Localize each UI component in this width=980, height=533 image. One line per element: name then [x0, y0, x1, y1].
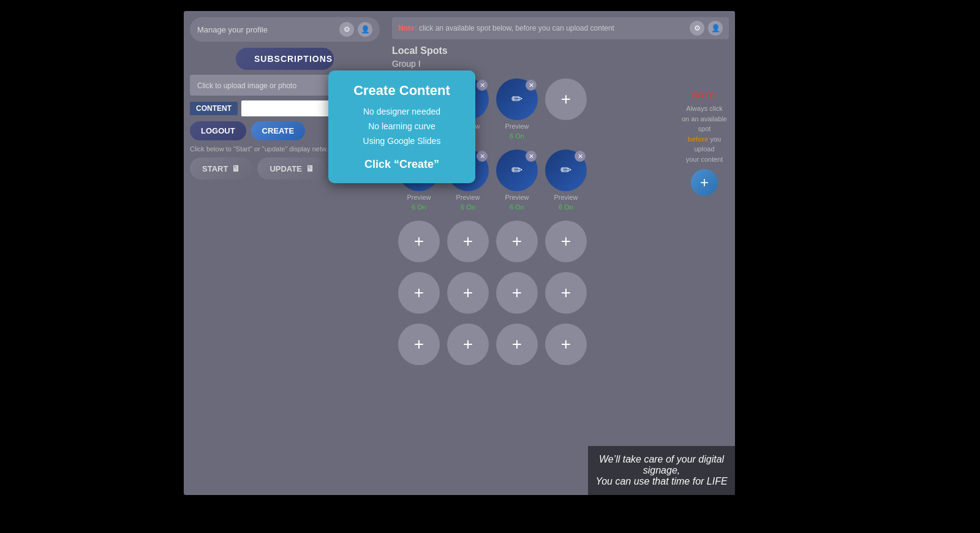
- plus-icon: +: [414, 335, 424, 354]
- spot-circle-empty[interactable]: +: [545, 272, 587, 314]
- start-button[interactable]: START 🖥: [190, 157, 252, 180]
- note-before: before: [688, 135, 709, 143]
- note-line3: spot: [698, 125, 711, 132]
- plus-icon: +: [414, 283, 424, 303]
- local-spots-title: Local Spots: [392, 45, 729, 56]
- spot-preview: Preview: [456, 194, 480, 201]
- user-icon[interactable]: 👤: [358, 22, 372, 37]
- upload-label: Click to upload image or photo: [197, 81, 296, 90]
- profile-label: Manage your profile: [197, 25, 268, 34]
- spot-item: +: [545, 78, 587, 140]
- spot-item: +: [398, 323, 440, 365]
- tooltip-popup: Create Content No designer needed No lea…: [328, 70, 475, 183]
- spot-circle-filled[interactable]: ✏ ✕: [496, 78, 538, 120]
- pencil-icon: ✏: [560, 162, 571, 178]
- spot-circle-empty[interactable]: +: [398, 323, 440, 365]
- note-line6: your content: [686, 156, 723, 163]
- spot-preview: Preview: [505, 194, 529, 201]
- note-label: Note:: [398, 24, 417, 32]
- spot-item: +: [496, 323, 538, 365]
- plus-icon: +: [561, 283, 571, 303]
- profile-icons: ⚙ 👤: [339, 22, 372, 37]
- note-line2: on an available: [682, 115, 727, 123]
- spot-item: +: [447, 221, 489, 262]
- create-button[interactable]: CREATE: [251, 121, 305, 140]
- note-aside-title: NOTE:: [680, 91, 729, 100]
- spot-item: +: [496, 221, 538, 262]
- note-line1: Always click: [686, 105, 722, 112]
- close-badge[interactable]: ✕: [526, 151, 537, 162]
- plus-icon: +: [512, 335, 522, 354]
- pencil-icon: ✏: [511, 91, 522, 107]
- note-section: NOTE: Always click on an available spot …: [680, 91, 729, 201]
- bottom-bar: We’ll take care of your digital signage,…: [588, 446, 735, 495]
- note-bar: Note: click an available spot below, bef…: [392, 17, 729, 39]
- close-badge[interactable]: ✕: [477, 80, 488, 91]
- close-badge[interactable]: ✕: [575, 151, 586, 162]
- plus-icon: +: [561, 335, 571, 354]
- note-bar-text: Note: click an available spot below, bef…: [398, 24, 614, 32]
- spot-item: +: [545, 323, 587, 365]
- close-badge[interactable]: ✕: [477, 151, 488, 162]
- spot-circle-empty[interactable]: +: [496, 272, 538, 314]
- plus-icon: +: [463, 283, 473, 303]
- tooltip-cta: Click “Create”: [338, 158, 466, 171]
- note-bar-body: click an available spot below, before yo…: [419, 24, 614, 32]
- tooltip-line3: Using Google Slides: [363, 136, 441, 146]
- spot-circle-filled[interactable]: ✏ ✕: [496, 149, 538, 191]
- spot-circle-empty[interactable]: +: [447, 221, 489, 262]
- spot-circle-empty[interactable]: +: [496, 221, 538, 262]
- tooltip-line2: No learning curve: [368, 121, 435, 131]
- subscriptions-button[interactable]: SUBSCRIPTIONS: [236, 48, 334, 70]
- spot-item: +: [496, 272, 538, 314]
- spot-item: +: [398, 221, 440, 262]
- pencil-icon: ✏: [511, 162, 522, 178]
- spot-circle-empty[interactable]: +: [545, 323, 587, 365]
- logout-button[interactable]: LOGOUT: [190, 121, 246, 140]
- spot-circle-empty[interactable]: +: [447, 272, 489, 314]
- spot-item: +: [545, 221, 587, 262]
- plus-icon: +: [512, 232, 522, 251]
- update-button[interactable]: UPDATE 🖥: [257, 157, 326, 180]
- spots-row-3: + + + +: [392, 216, 735, 267]
- note-add-button[interactable]: +: [691, 169, 718, 196]
- spot-status: 6 On: [510, 132, 524, 140]
- start-label: START: [202, 164, 228, 173]
- tooltip-title: Create Content: [338, 83, 466, 99]
- spots-row-4: + + + +: [392, 267, 735, 319]
- spot-circle-empty[interactable]: +: [545, 221, 587, 262]
- spot-preview: Preview: [505, 123, 529, 130]
- spot-item: ✏ ✕ Preview 6 On: [545, 149, 587, 211]
- spot-circle-filled[interactable]: ✏ ✕: [545, 149, 587, 191]
- bottom-line1: We’ll take care of your digital signage,: [599, 454, 724, 475]
- spot-item: +: [398, 272, 440, 314]
- note-aside-body: Always click on an available spot before…: [680, 104, 729, 164]
- tooltip-body: No designer needed No learning curve Usi…: [338, 105, 466, 148]
- spot-status: 6 On: [510, 203, 524, 211]
- plus-icon: +: [463, 232, 473, 251]
- spot-status: 6 On: [559, 203, 573, 211]
- spot-circle-empty[interactable]: +: [398, 272, 440, 314]
- spot-circle-empty[interactable]: +: [398, 221, 440, 262]
- spot-preview: Preview: [407, 194, 431, 201]
- settings-icon[interactable]: ⚙: [339, 22, 354, 37]
- bottom-text: We’ll take care of your digital signage,…: [588, 454, 735, 487]
- close-badge[interactable]: ✕: [526, 80, 537, 91]
- spot-item: ✏ ✕ Preview 6 On: [496, 78, 538, 140]
- monitor-icon: 🖥: [232, 164, 240, 173]
- bottom-line2: You can use that time for LIFE: [595, 476, 727, 486]
- note-after: you: [710, 135, 721, 143]
- update-label: UPDATE: [270, 164, 301, 173]
- note-user-icon[interactable]: 👤: [708, 21, 723, 36]
- spot-circle-empty[interactable]: +: [447, 323, 489, 365]
- profile-bar: Manage your profile ⚙ 👤: [190, 17, 380, 42]
- plus-icon: +: [561, 89, 571, 109]
- spot-circle-empty[interactable]: +: [496, 323, 538, 365]
- spots-row-5: + + + +: [392, 319, 735, 370]
- spot-circle-empty[interactable]: +: [545, 78, 587, 120]
- note-settings-icon[interactable]: ⚙: [690, 21, 704, 36]
- plus-icon: +: [463, 335, 473, 354]
- spot-item: +: [447, 323, 489, 365]
- monitor-icon-2: 🖥: [306, 164, 314, 173]
- spot-preview: Preview: [554, 194, 578, 201]
